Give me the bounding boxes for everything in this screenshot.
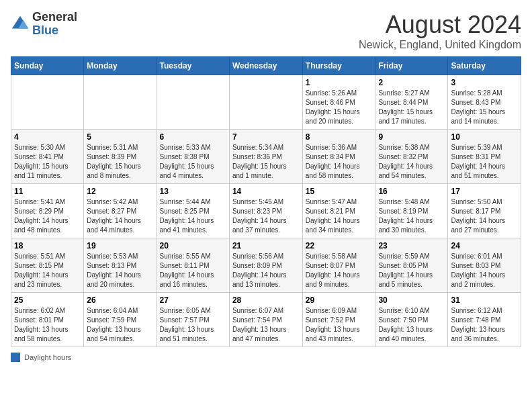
calendar-cell: 29Sunrise: 6:09 AM Sunset: 7:52 PM Dayli… [302, 293, 375, 347]
day-info: Sunrise: 6:12 AM Sunset: 7:48 PM Dayligh… [451, 306, 518, 344]
header-tuesday: Tuesday [157, 57, 229, 75]
day-number: 21 [232, 241, 300, 250]
calendar-cell: 13Sunrise: 5:44 AM Sunset: 8:25 PM Dayli… [157, 184, 229, 238]
calendar-cell: 15Sunrise: 5:47 AM Sunset: 8:21 PM Dayli… [302, 184, 375, 238]
calendar-cell: 9Sunrise: 5:38 AM Sunset: 8:32 PM Daylig… [375, 130, 448, 184]
day-info: Sunrise: 5:56 AM Sunset: 8:09 PM Dayligh… [232, 252, 300, 289]
day-number: 25 [14, 295, 81, 305]
calendar-cell: 2Sunrise: 5:27 AM Sunset: 8:44 PM Daylig… [375, 75, 448, 130]
calendar-cell: 6Sunrise: 5:33 AM Sunset: 8:38 PM Daylig… [157, 130, 229, 184]
day-number: 18 [14, 241, 81, 250]
calendar-subtitle: Newick, England, United Kingdom [359, 39, 521, 51]
calendar-title: August 2024 [359, 11, 521, 39]
day-number: 8 [306, 132, 373, 142]
logo: General Blue [11, 11, 77, 38]
day-number: 10 [451, 132, 518, 142]
day-info: Sunrise: 5:59 AM Sunset: 8:05 PM Dayligh… [378, 252, 445, 289]
day-number: 12 [87, 187, 153, 196]
day-info: Sunrise: 5:26 AM Sunset: 8:46 PM Dayligh… [306, 89, 373, 126]
header-thursday: Thursday [302, 57, 375, 75]
day-info: Sunrise: 5:44 AM Sunset: 8:25 PM Dayligh… [160, 197, 226, 235]
calendar-header-row: SundayMondayTuesdayWednesdayThursdayFrid… [11, 57, 521, 75]
calendar-cell: 16Sunrise: 5:48 AM Sunset: 8:19 PM Dayli… [375, 184, 448, 238]
legend: Daylight hours [11, 353, 521, 362]
calendar-cell: 18Sunrise: 5:51 AM Sunset: 8:15 PM Dayli… [11, 238, 84, 293]
day-number: 28 [232, 295, 300, 305]
day-number: 17 [451, 187, 518, 196]
day-info: Sunrise: 6:07 AM Sunset: 7:54 PM Dayligh… [232, 306, 300, 344]
calendar-cell: 23Sunrise: 5:59 AM Sunset: 8:05 PM Dayli… [375, 238, 448, 293]
calendar-cell: 24Sunrise: 6:01 AM Sunset: 8:03 PM Dayli… [448, 238, 521, 293]
day-info: Sunrise: 6:09 AM Sunset: 7:52 PM Dayligh… [306, 306, 373, 344]
calendar-cell: 3Sunrise: 5:28 AM Sunset: 8:43 PM Daylig… [448, 75, 521, 130]
day-info: Sunrise: 5:48 AM Sunset: 8:19 PM Dayligh… [378, 197, 445, 235]
logo-icon [11, 15, 30, 34]
day-info: Sunrise: 6:10 AM Sunset: 7:50 PM Dayligh… [378, 306, 445, 344]
day-info: Sunrise: 5:53 AM Sunset: 8:13 PM Dayligh… [87, 252, 153, 289]
calendar-table: SundayMondayTuesdayWednesdayThursdayFrid… [11, 56, 521, 347]
calendar-cell: 17Sunrise: 5:50 AM Sunset: 8:17 PM Dayli… [448, 184, 521, 238]
day-number: 2 [378, 78, 445, 87]
day-number: 26 [87, 295, 153, 305]
calendar-cell [84, 75, 157, 130]
day-info: Sunrise: 5:36 AM Sunset: 8:34 PM Dayligh… [306, 143, 373, 181]
day-info: Sunrise: 5:34 AM Sunset: 8:36 PM Dayligh… [232, 143, 300, 181]
day-number: 13 [160, 187, 226, 196]
calendar-body: 1Sunrise: 5:26 AM Sunset: 8:46 PM Daylig… [11, 75, 521, 347]
day-info: Sunrise: 5:39 AM Sunset: 8:31 PM Dayligh… [451, 143, 518, 181]
day-number: 4 [14, 132, 81, 142]
legend-icon [11, 353, 20, 362]
calendar-cell: 12Sunrise: 5:42 AM Sunset: 8:27 PM Dayli… [84, 184, 157, 238]
calendar-week-row: 25Sunrise: 6:02 AM Sunset: 8:01 PM Dayli… [11, 293, 521, 347]
calendar-cell: 8Sunrise: 5:36 AM Sunset: 8:34 PM Daylig… [302, 130, 375, 184]
calendar-cell: 30Sunrise: 6:10 AM Sunset: 7:50 PM Dayli… [375, 293, 448, 347]
day-info: Sunrise: 5:45 AM Sunset: 8:23 PM Dayligh… [232, 197, 300, 235]
calendar-cell: 14Sunrise: 5:45 AM Sunset: 8:23 PM Dayli… [229, 184, 302, 238]
day-number: 1 [306, 78, 373, 87]
calendar-cell: 27Sunrise: 6:05 AM Sunset: 7:57 PM Dayli… [157, 293, 229, 347]
title-block: August 2024 Newick, England, United King… [359, 11, 521, 51]
day-number: 5 [87, 132, 153, 142]
day-info: Sunrise: 5:30 AM Sunset: 8:41 PM Dayligh… [14, 143, 81, 181]
calendar-cell: 10Sunrise: 5:39 AM Sunset: 8:31 PM Dayli… [448, 130, 521, 184]
calendar-cell: 26Sunrise: 6:04 AM Sunset: 7:59 PM Dayli… [84, 293, 157, 347]
calendar-cell: 1Sunrise: 5:26 AM Sunset: 8:46 PM Daylig… [302, 75, 375, 130]
calendar-cell: 31Sunrise: 6:12 AM Sunset: 7:48 PM Dayli… [448, 293, 521, 347]
calendar-week-row: 18Sunrise: 5:51 AM Sunset: 8:15 PM Dayli… [11, 238, 521, 293]
calendar-week-row: 11Sunrise: 5:41 AM Sunset: 8:29 PM Dayli… [11, 184, 521, 238]
header-saturday: Saturday [448, 57, 521, 75]
day-number: 31 [451, 295, 518, 305]
day-info: Sunrise: 6:02 AM Sunset: 8:01 PM Dayligh… [14, 306, 81, 344]
day-info: Sunrise: 5:42 AM Sunset: 8:27 PM Dayligh… [87, 197, 153, 235]
day-number: 19 [87, 241, 153, 250]
day-number: 3 [451, 78, 518, 87]
page-header: General Blue August 2024 Newick, England… [11, 11, 521, 51]
day-number: 14 [232, 187, 300, 196]
day-number: 15 [306, 187, 373, 196]
day-info: Sunrise: 6:04 AM Sunset: 7:59 PM Dayligh… [87, 306, 153, 344]
day-info: Sunrise: 6:05 AM Sunset: 7:57 PM Dayligh… [160, 306, 226, 344]
calendar-cell [157, 75, 229, 130]
calendar-cell: 28Sunrise: 6:07 AM Sunset: 7:54 PM Dayli… [229, 293, 302, 347]
day-info: Sunrise: 5:47 AM Sunset: 8:21 PM Dayligh… [306, 197, 373, 235]
legend-label: Daylight hours [24, 353, 71, 361]
calendar-cell: 11Sunrise: 5:41 AM Sunset: 8:29 PM Dayli… [11, 184, 84, 238]
logo-general-text: General [32, 10, 77, 24]
day-info: Sunrise: 6:01 AM Sunset: 8:03 PM Dayligh… [451, 252, 518, 289]
day-number: 27 [160, 295, 226, 305]
day-info: Sunrise: 5:38 AM Sunset: 8:32 PM Dayligh… [378, 143, 445, 181]
day-number: 6 [160, 132, 226, 142]
day-number: 20 [160, 241, 226, 250]
logo-blue-text: Blue [32, 24, 58, 37]
day-info: Sunrise: 5:51 AM Sunset: 8:15 PM Dayligh… [14, 252, 81, 289]
calendar-week-row: 4Sunrise: 5:30 AM Sunset: 8:41 PM Daylig… [11, 130, 521, 184]
header-friday: Friday [375, 57, 448, 75]
day-info: Sunrise: 5:31 AM Sunset: 8:39 PM Dayligh… [87, 143, 153, 181]
day-info: Sunrise: 5:50 AM Sunset: 8:17 PM Dayligh… [451, 197, 518, 235]
day-info: Sunrise: 5:27 AM Sunset: 8:44 PM Dayligh… [378, 89, 445, 126]
calendar-cell: 4Sunrise: 5:30 AM Sunset: 8:41 PM Daylig… [11, 130, 84, 184]
day-number: 11 [14, 187, 81, 196]
header-monday: Monday [84, 57, 157, 75]
calendar-week-row: 1Sunrise: 5:26 AM Sunset: 8:46 PM Daylig… [11, 75, 521, 130]
header-sunday: Sunday [11, 57, 84, 75]
